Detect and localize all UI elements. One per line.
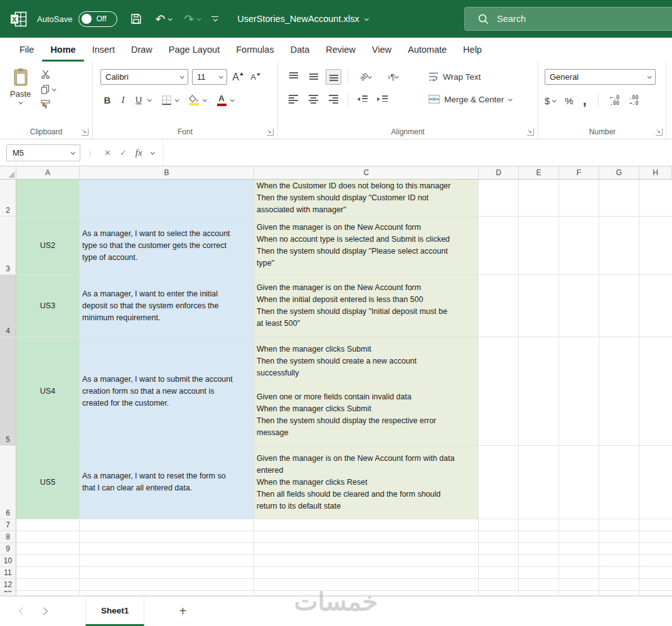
fill-color-button[interactable] (187, 92, 201, 107)
column-header-d[interactable]: D (479, 166, 519, 179)
cells-d-h-2[interactable] (479, 180, 672, 217)
clipboard-dialog-launcher[interactable]: ↘ (82, 129, 88, 136)
cells-d-h-4[interactable] (479, 275, 672, 337)
search-box[interactable]: Search (464, 7, 672, 31)
cell-c13[interactable] (254, 591, 479, 596)
column-header-f[interactable]: F (559, 166, 599, 179)
sheet-tab-sheet1[interactable]: Sheet1 (85, 596, 144, 626)
tab-page-layout[interactable]: Page Layout (161, 38, 228, 62)
formula-input[interactable] (163, 139, 672, 166)
tab-help[interactable]: Help (455, 38, 490, 62)
cell-b12[interactable] (80, 579, 254, 591)
column-header-b[interactable]: B (80, 166, 254, 179)
decrease-font-size-button[interactable]: A (248, 70, 262, 85)
borders-chevron-icon[interactable] (175, 97, 179, 102)
row-header-3[interactable]: 3 (0, 217, 16, 275)
cell-c10[interactable] (254, 555, 479, 567)
column-header-c[interactable]: C (254, 166, 479, 179)
column-header-g[interactable]: G (599, 166, 639, 179)
cells-d-h-8[interactable] (479, 531, 672, 543)
row-header-2[interactable]: 2 (0, 180, 16, 217)
align-middle-button[interactable] (306, 69, 321, 85)
cell-a3[interactable]: US2 (16, 217, 80, 275)
accounting-format-button[interactable]: $ (545, 95, 555, 106)
paste-button[interactable]: Paste (10, 68, 31, 124)
document-title[interactable]: UserStories_NewAccount.xlsx (237, 14, 368, 24)
cut-button[interactable] (41, 70, 55, 79)
row-header-4[interactable]: 4 (0, 275, 16, 337)
formula-bar-chevron-icon[interactable] (150, 150, 154, 154)
row-header-7[interactable]: 7 (0, 519, 16, 531)
insert-function-button[interactable]: fx (136, 148, 142, 158)
cell-a13[interactable] (16, 591, 80, 596)
number-dialog-launcher[interactable]: ↘ (656, 129, 663, 136)
underline-button[interactable]: U (132, 92, 146, 107)
next-sheet-icon[interactable] (40, 607, 48, 615)
fill-color-chevron-icon[interactable] (203, 97, 207, 102)
cell-a12[interactable] (16, 579, 80, 591)
format-painter-button[interactable] (41, 100, 55, 109)
tab-home[interactable]: Home (42, 38, 83, 62)
align-left-button[interactable] (285, 92, 301, 107)
cell-b7[interactable] (80, 519, 254, 531)
add-sheet-button[interactable]: + (173, 604, 192, 618)
cells-d-h-9[interactable] (479, 543, 672, 555)
cell-b10[interactable] (80, 555, 254, 567)
decrease-indent-button[interactable] (355, 92, 370, 107)
cell-a9[interactable] (16, 543, 80, 555)
cells-d-h-6[interactable] (479, 446, 672, 519)
cells-d-h-11[interactable] (479, 567, 672, 579)
select-all-corner[interactable] (0, 166, 16, 179)
cell-b5[interactable]: As a manager, I want to submit the accou… (80, 337, 254, 446)
cells-d-h-3[interactable] (479, 217, 672, 275)
tab-data[interactable]: Data (282, 38, 318, 62)
cell-b2[interactable] (80, 180, 254, 217)
underline-chevron-icon[interactable] (147, 97, 152, 102)
increase-font-size-button[interactable]: A (231, 70, 245, 85)
tab-insert[interactable]: Insert (84, 38, 123, 62)
row-header-8[interactable]: 8 (0, 531, 16, 543)
row-header-5[interactable]: 5 (0, 337, 16, 446)
cell-c6[interactable]: Given the manager is on the New Account … (254, 446, 479, 519)
cell-b11[interactable] (80, 567, 254, 579)
customize-quick-access-toolbar-button[interactable] (211, 16, 218, 22)
align-right-button[interactable] (326, 92, 341, 107)
cell-c12[interactable] (254, 579, 479, 591)
cell-c4[interactable]: Given the manager is on the New Account … (254, 275, 479, 337)
cell-c3[interactable]: Given the manager is on the New Account … (254, 217, 479, 275)
cell-c11[interactable] (254, 567, 479, 579)
italic-button[interactable]: I (116, 92, 130, 107)
cancel-button[interactable]: ✕ (104, 148, 111, 158)
cell-a7[interactable] (16, 519, 80, 531)
tab-file[interactable]: File (11, 38, 42, 62)
cell-a11[interactable] (16, 567, 80, 579)
row-header-9[interactable]: 9 (0, 543, 16, 555)
cell-c9[interactable] (254, 543, 479, 555)
undo-button[interactable]: ↶ (155, 13, 171, 25)
tab-automate[interactable]: Automate (400, 38, 455, 62)
cell-b4[interactable]: As a manager, I want to enter the initia… (80, 275, 254, 337)
row-header-13[interactable]: 13 (0, 591, 16, 596)
cell-a4[interactable]: US3 (16, 275, 80, 337)
tab-review[interactable]: Review (317, 38, 364, 62)
cell-b3[interactable]: As a manager, I want to select the accou… (80, 217, 254, 275)
column-header-e[interactable]: E (519, 166, 559, 179)
excel-app-icon[interactable]: X (10, 11, 27, 27)
column-header-a[interactable]: A (16, 166, 80, 179)
text-direction-button[interactable]: ›¶ (380, 69, 405, 85)
row-header-10[interactable]: 10 (0, 555, 16, 567)
cell-b9[interactable] (80, 543, 254, 555)
cell-a2[interactable] (16, 180, 80, 217)
cell-b6[interactable]: As a manager, I want to reset the form s… (80, 446, 254, 519)
font-size-select[interactable]: 11 (192, 69, 227, 85)
bold-button[interactable]: B (100, 92, 114, 107)
font-name-select[interactable]: Calibri (100, 69, 188, 85)
borders-button[interactable] (159, 92, 173, 107)
save-button[interactable] (130, 13, 142, 25)
cell-a10[interactable] (16, 555, 80, 567)
row-header-12[interactable]: 12 (0, 579, 16, 591)
font-color-chevron-icon[interactable] (230, 97, 235, 102)
column-header-h[interactable]: H (639, 166, 672, 179)
comma-style-button[interactable]: , (583, 97, 587, 104)
align-center-button[interactable] (306, 92, 321, 107)
